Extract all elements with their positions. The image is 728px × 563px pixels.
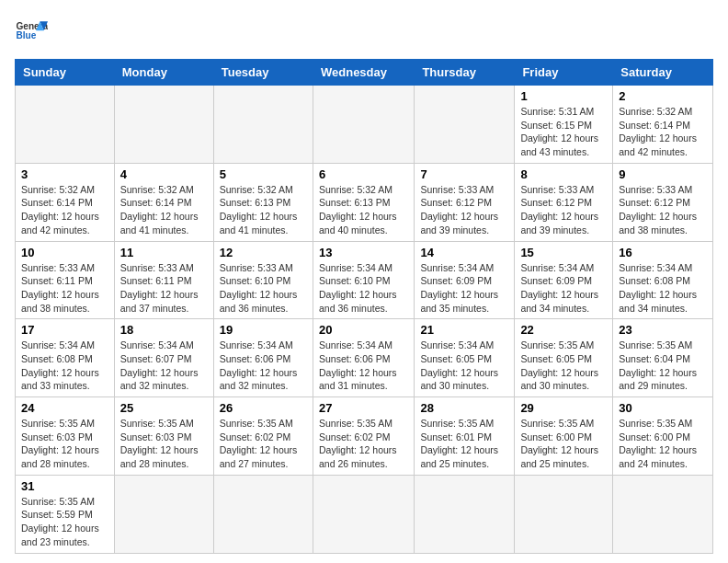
day-info: Sunrise: 5:35 AM Sunset: 6:05 PM Dayligh… — [520, 339, 607, 393]
svg-text:Blue: Blue — [16, 30, 36, 40]
header-row: SundayMondayTuesdayWednesdayThursdayFrid… — [16, 60, 713, 86]
day-number: 15 — [520, 246, 607, 259]
day-number: 19 — [220, 323, 307, 337]
col-header-saturday: Saturday — [613, 60, 713, 86]
day-info: Sunrise: 5:34 AM Sunset: 6:09 PM Dayligh… — [420, 261, 508, 316]
day-number: 8 — [520, 167, 607, 181]
day-cell: 7Sunrise: 5:33 AM Sunset: 6:12 PM Daylig… — [415, 163, 515, 241]
day-info: Sunrise: 5:33 AM Sunset: 6:11 PM Dayligh… — [120, 261, 208, 316]
day-cell: 18Sunrise: 5:34 AM Sunset: 6:07 PM Dayli… — [114, 319, 213, 397]
day-number: 28 — [420, 401, 508, 415]
day-info: Sunrise: 5:32 AM Sunset: 6:14 PM Dayligh… — [120, 183, 208, 237]
col-header-tuesday: Tuesday — [213, 60, 313, 86]
day-info: Sunrise: 5:35 AM Sunset: 5:59 PM Dayligh… — [21, 495, 108, 549]
day-number: 24 — [21, 401, 108, 415]
day-number: 22 — [520, 323, 607, 337]
day-cell: 29Sunrise: 5:35 AM Sunset: 6:00 PM Dayli… — [515, 397, 613, 476]
col-header-sunday: Sunday — [16, 60, 115, 86]
day-cell: 13Sunrise: 5:34 AM Sunset: 6:10 PM Dayli… — [313, 241, 414, 319]
day-number: 20 — [319, 323, 408, 337]
week-row-2: 3Sunrise: 5:32 AM Sunset: 6:14 PM Daylig… — [16, 163, 713, 241]
page-header: General Blue — [15, 15, 713, 48]
day-number: 31 — [21, 479, 108, 493]
day-cell: 30Sunrise: 5:35 AM Sunset: 6:00 PM Dayli… — [613, 397, 713, 476]
day-cell — [114, 475, 213, 553]
day-cell: 1Sunrise: 5:31 AM Sunset: 6:15 PM Daylig… — [515, 86, 613, 164]
day-info: Sunrise: 5:34 AM Sunset: 6:05 PM Dayligh… — [420, 339, 508, 393]
day-info: Sunrise: 5:33 AM Sunset: 6:12 PM Dayligh… — [520, 183, 607, 237]
day-number: 7 — [420, 167, 508, 181]
day-info: Sunrise: 5:35 AM Sunset: 6:00 PM Dayligh… — [520, 417, 607, 471]
day-cell — [313, 86, 414, 164]
day-number: 13 — [319, 246, 408, 259]
day-info: Sunrise: 5:35 AM Sunset: 6:01 PM Dayligh… — [420, 417, 508, 471]
day-cell: 22Sunrise: 5:35 AM Sunset: 6:05 PM Dayli… — [515, 319, 613, 397]
day-cell: 3Sunrise: 5:32 AM Sunset: 6:14 PM Daylig… — [16, 163, 115, 241]
day-cell: 25Sunrise: 5:35 AM Sunset: 6:03 PM Dayli… — [114, 397, 213, 476]
day-cell: 8Sunrise: 5:33 AM Sunset: 6:12 PM Daylig… — [515, 163, 613, 241]
day-cell: 19Sunrise: 5:34 AM Sunset: 6:06 PM Dayli… — [213, 319, 313, 397]
day-number: 26 — [220, 401, 307, 415]
day-info: Sunrise: 5:32 AM Sunset: 6:13 PM Dayligh… — [319, 183, 408, 237]
day-cell — [415, 86, 515, 164]
day-info: Sunrise: 5:32 AM Sunset: 6:14 PM Dayligh… — [21, 183, 108, 237]
day-cell: 31Sunrise: 5:35 AM Sunset: 5:59 PM Dayli… — [16, 475, 115, 553]
day-number: 6 — [319, 167, 408, 181]
day-info: Sunrise: 5:35 AM Sunset: 6:02 PM Dayligh… — [319, 417, 408, 471]
day-cell — [613, 475, 713, 553]
day-number: 23 — [619, 323, 707, 337]
day-number: 3 — [21, 167, 108, 181]
week-row-6: 31Sunrise: 5:35 AM Sunset: 5:59 PM Dayli… — [16, 475, 713, 553]
day-cell: 26Sunrise: 5:35 AM Sunset: 6:02 PM Dayli… — [213, 397, 313, 476]
logo: General Blue — [15, 15, 48, 48]
day-cell: 23Sunrise: 5:35 AM Sunset: 6:04 PM Dayli… — [613, 319, 713, 397]
day-info: Sunrise: 5:32 AM Sunset: 6:14 PM Dayligh… — [619, 105, 707, 159]
day-info: Sunrise: 5:34 AM Sunset: 6:06 PM Dayligh… — [319, 339, 408, 393]
day-number: 4 — [120, 167, 208, 181]
day-number: 27 — [319, 401, 408, 415]
day-cell — [213, 475, 313, 553]
day-number: 12 — [220, 246, 307, 259]
col-header-wednesday: Wednesday — [313, 60, 414, 86]
day-number: 11 — [120, 246, 208, 259]
day-info: Sunrise: 5:34 AM Sunset: 6:07 PM Dayligh… — [120, 339, 208, 393]
day-number: 30 — [619, 401, 707, 415]
day-cell: 4Sunrise: 5:32 AM Sunset: 6:14 PM Daylig… — [114, 163, 213, 241]
day-cell — [313, 475, 414, 553]
day-cell: 12Sunrise: 5:33 AM Sunset: 6:10 PM Dayli… — [213, 241, 313, 319]
week-row-4: 17Sunrise: 5:34 AM Sunset: 6:08 PM Dayli… — [16, 319, 713, 397]
week-row-5: 24Sunrise: 5:35 AM Sunset: 6:03 PM Dayli… — [16, 397, 713, 476]
day-cell: 28Sunrise: 5:35 AM Sunset: 6:01 PM Dayli… — [415, 397, 515, 476]
day-info: Sunrise: 5:34 AM Sunset: 6:06 PM Dayligh… — [220, 339, 307, 393]
day-info: Sunrise: 5:35 AM Sunset: 6:02 PM Dayligh… — [220, 417, 307, 471]
day-number: 29 — [520, 401, 607, 415]
day-cell: 11Sunrise: 5:33 AM Sunset: 6:11 PM Dayli… — [114, 241, 213, 319]
day-info: Sunrise: 5:34 AM Sunset: 6:08 PM Dayligh… — [619, 261, 707, 316]
day-cell — [515, 475, 613, 553]
day-cell — [213, 86, 313, 164]
day-cell: 21Sunrise: 5:34 AM Sunset: 6:05 PM Dayli… — [415, 319, 515, 397]
day-info: Sunrise: 5:34 AM Sunset: 6:08 PM Dayligh… — [21, 339, 108, 393]
day-cell — [16, 86, 115, 164]
day-cell: 15Sunrise: 5:34 AM Sunset: 6:09 PM Dayli… — [515, 241, 613, 319]
day-number: 1 — [520, 89, 607, 103]
day-cell: 2Sunrise: 5:32 AM Sunset: 6:14 PM Daylig… — [613, 86, 713, 164]
day-cell: 14Sunrise: 5:34 AM Sunset: 6:09 PM Dayli… — [415, 241, 515, 319]
day-cell: 9Sunrise: 5:33 AM Sunset: 6:12 PM Daylig… — [613, 163, 713, 241]
col-header-monday: Monday — [114, 60, 213, 86]
day-cell: 20Sunrise: 5:34 AM Sunset: 6:06 PM Dayli… — [313, 319, 414, 397]
day-info: Sunrise: 5:33 AM Sunset: 6:11 PM Dayligh… — [21, 261, 108, 316]
day-info: Sunrise: 5:33 AM Sunset: 6:10 PM Dayligh… — [220, 261, 307, 316]
day-number: 25 — [120, 401, 208, 415]
day-cell: 24Sunrise: 5:35 AM Sunset: 6:03 PM Dayli… — [16, 397, 115, 476]
calendar-table: SundayMondayTuesdayWednesdayThursdayFrid… — [15, 59, 713, 554]
day-number: 2 — [619, 89, 707, 103]
col-header-friday: Friday — [515, 60, 613, 86]
day-info: Sunrise: 5:35 AM Sunset: 6:04 PM Dayligh… — [619, 339, 707, 393]
day-cell: 10Sunrise: 5:33 AM Sunset: 6:11 PM Dayli… — [16, 241, 115, 319]
day-cell: 16Sunrise: 5:34 AM Sunset: 6:08 PM Dayli… — [613, 241, 713, 319]
day-cell: 27Sunrise: 5:35 AM Sunset: 6:02 PM Dayli… — [313, 397, 414, 476]
day-cell: 17Sunrise: 5:34 AM Sunset: 6:08 PM Dayli… — [16, 319, 115, 397]
day-info: Sunrise: 5:35 AM Sunset: 6:00 PM Dayligh… — [619, 417, 707, 471]
logo-icon: General Blue — [15, 15, 48, 48]
